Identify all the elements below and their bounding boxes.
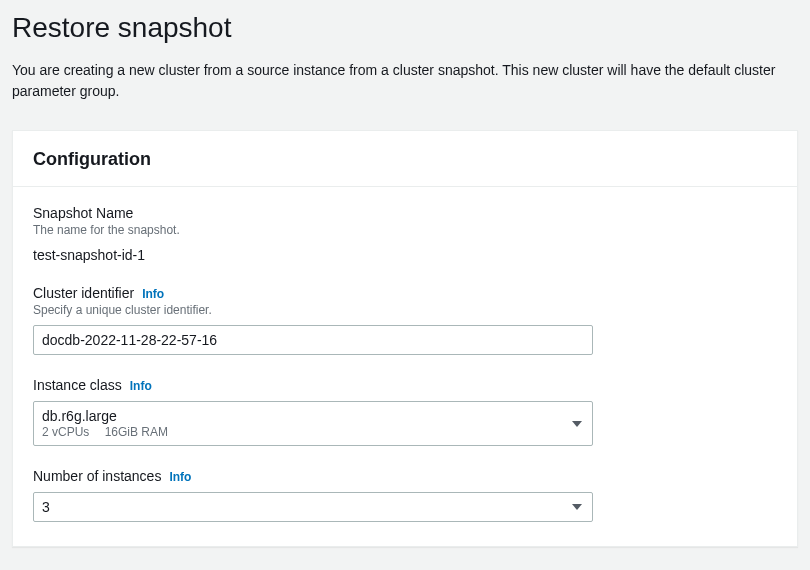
cluster-identifier-field: Cluster identifier Info Specify a unique…	[33, 285, 777, 355]
snapshot-name-helper: The name for the snapshot.	[33, 223, 777, 237]
instance-class-info-link[interactable]: Info	[130, 379, 152, 393]
page-description: You are creating a new cluster from a so…	[12, 60, 798, 102]
chevron-down-icon	[572, 421, 582, 427]
instance-class-select[interactable]: db.r6g.large 2 vCPUs 16GiB RAM	[33, 401, 593, 446]
cluster-identifier-label: Cluster identifier	[33, 285, 134, 301]
cluster-identifier-helper: Specify a unique cluster identifier.	[33, 303, 777, 317]
snapshot-name-value: test-snapshot-id-1	[33, 247, 777, 263]
chevron-down-icon	[572, 504, 582, 510]
instance-class-value: db.r6g.large	[42, 408, 562, 424]
snapshot-name-field: Snapshot Name The name for the snapshot.…	[33, 205, 777, 263]
number-of-instances-field: Number of instances Info 3	[33, 468, 777, 522]
panel-body: Snapshot Name The name for the snapshot.…	[13, 187, 797, 546]
number-of-instances-info-link[interactable]: Info	[169, 470, 191, 484]
number-of-instances-select[interactable]: 3	[33, 492, 593, 522]
instance-class-secondary: 2 vCPUs 16GiB RAM	[42, 425, 562, 439]
panel-header: Configuration	[13, 131, 797, 187]
cluster-identifier-info-link[interactable]: Info	[142, 287, 164, 301]
configuration-panel: Configuration Snapshot Name The name for…	[12, 130, 798, 547]
page-title: Restore snapshot	[12, 12, 798, 44]
number-of-instances-value: 3	[42, 499, 562, 515]
snapshot-name-label: Snapshot Name	[33, 205, 777, 221]
instance-class-field: Instance class Info db.r6g.large 2 vCPUs…	[33, 377, 777, 446]
number-of-instances-label: Number of instances	[33, 468, 161, 484]
panel-title: Configuration	[33, 149, 777, 170]
instance-class-label: Instance class	[33, 377, 122, 393]
cluster-identifier-input[interactable]	[33, 325, 593, 355]
